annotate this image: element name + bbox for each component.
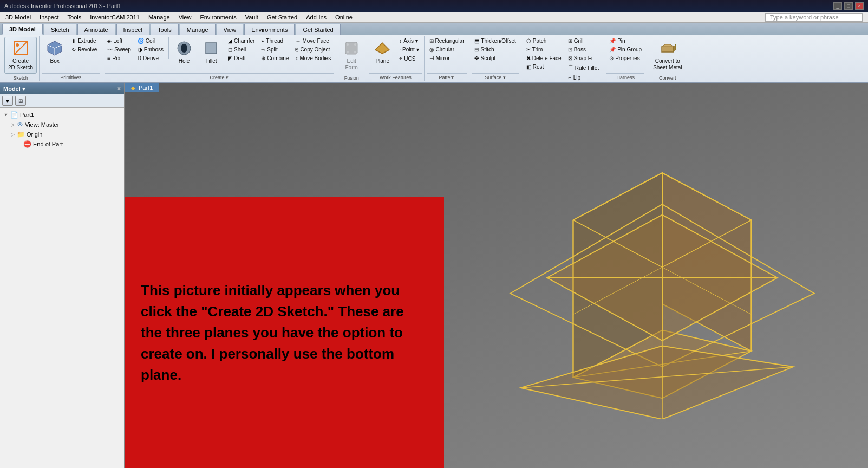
thicken-offset-button[interactable]: ⬒ Thicken/Offset xyxy=(472,37,518,45)
draft-button[interactable]: ◤ Draft xyxy=(225,54,257,62)
pin-group-icon: 📌 xyxy=(609,47,616,53)
point-button[interactable]: · Point ▾ xyxy=(396,46,421,54)
shell-button[interactable]: ◻ Shell xyxy=(225,46,257,54)
ucs-button[interactable]: ⌖ UCS xyxy=(396,54,421,63)
rectangular-button[interactable]: ⊞ Rectangular xyxy=(427,37,467,45)
extrude-icon: ⬆ xyxy=(71,38,76,44)
split-button[interactable]: ⊸ Split xyxy=(258,46,291,54)
box-button[interactable]: Box xyxy=(42,37,68,67)
surface-group-content: ⬒ Thicken/Offset ⊟ Stitch ✤ Sculpt xyxy=(472,37,518,73)
loft-button[interactable]: ◈ Loft xyxy=(105,37,134,45)
expand-all-button[interactable]: ⊞ xyxy=(15,96,26,106)
delete-face-button[interactable]: ✖ Delete Face xyxy=(524,54,564,62)
snap-fit-button[interactable]: ⊠ Snap Fit xyxy=(565,54,602,62)
boss-button[interactable]: ⊡ Boss xyxy=(565,46,602,54)
ribbon-group-harness: 📌 Pin 📌 Pin Group ⊙ Properties Harness xyxy=(604,36,647,81)
tab-annotate[interactable]: Annotate xyxy=(77,24,115,35)
search-box[interactable]: Type a keyword or phrase xyxy=(765,13,863,22)
split-icon: ⊸ xyxy=(261,47,265,53)
emboss-icon: ◑ xyxy=(138,47,142,53)
menu-vault[interactable]: Vault xyxy=(241,13,263,22)
close-button[interactable]: × xyxy=(855,2,864,10)
sweep-icon: 〰 xyxy=(107,47,113,53)
sweep-button[interactable]: 〰 Sweep xyxy=(105,46,134,54)
menu-online[interactable]: Online xyxy=(331,13,357,22)
model-panel-close[interactable]: × xyxy=(117,85,121,93)
viewport[interactable]: ◆ Part1 xyxy=(125,83,868,468)
circular-button[interactable]: ◎ Circular xyxy=(427,46,467,54)
rib-button[interactable]: ≡ Rib xyxy=(105,54,134,62)
extrude-button[interactable]: ⬆ Extrude xyxy=(69,37,100,45)
tab-sketch[interactable]: Sketch xyxy=(44,24,76,35)
coil-button[interactable]: 🌀 Coil xyxy=(135,37,166,45)
rule-fillet-button[interactable]: ⌒ Rule Fillet xyxy=(565,63,602,73)
fillet-button[interactable]: Fillet xyxy=(198,37,224,67)
filter-button[interactable]: ▼ xyxy=(2,96,13,106)
svg-marker-14 xyxy=(375,43,389,54)
menu-3d-model[interactable]: 3D Model xyxy=(1,13,35,22)
planes-svg xyxy=(478,94,846,419)
tab-view[interactable]: View xyxy=(217,24,244,35)
shell-icon: ◻ xyxy=(228,47,232,53)
emboss-button[interactable]: ◑ Emboss xyxy=(135,46,166,54)
axis-button[interactable]: ↕ Axis ▾ xyxy=(396,37,421,45)
thicken-icon: ⬒ xyxy=(474,38,479,44)
surface-col: ⬒ Thicken/Offset ⊟ Stitch ✤ Sculpt xyxy=(472,37,518,62)
window-controls[interactable]: _ □ × xyxy=(833,2,864,10)
tree-item-part1[interactable]: ▼ 📄 Part1 xyxy=(2,110,122,120)
move-bodies-button[interactable]: ↕ Move Bodies xyxy=(292,54,334,62)
tab-get-started[interactable]: Get Started xyxy=(296,24,340,35)
rest-button[interactable]: ◧ Rest xyxy=(524,63,564,71)
move-face-button[interactable]: ↔ Move Face xyxy=(292,37,334,45)
revolve-button[interactable]: ↻ Revolve xyxy=(69,46,100,54)
combine-button[interactable]: ⊕ Combine xyxy=(258,54,291,62)
tab-environments[interactable]: Environments xyxy=(244,24,295,35)
pin-button[interactable]: 📌 Pin xyxy=(606,37,644,45)
create-2d-sketch-button[interactable]: Create2D Sketch xyxy=(4,37,37,74)
lip-button[interactable]: ⌢ Lip xyxy=(565,73,602,82)
sculpt-label: Sculpt xyxy=(480,55,495,61)
menu-environments[interactable]: Environments xyxy=(195,13,240,22)
copy-object-button[interactable]: ⎘ Copy Object xyxy=(292,46,334,54)
maximize-button[interactable]: □ xyxy=(844,2,853,10)
thread-button[interactable]: ⌁ Thread xyxy=(258,37,291,45)
pin-label: Pin xyxy=(617,38,625,44)
patch-button[interactable]: ⬡ Patch xyxy=(524,37,564,45)
sculpt-button[interactable]: ✤ Sculpt xyxy=(472,54,518,62)
tree-item-view-master[interactable]: ▷ 👁 View: Master xyxy=(2,120,122,129)
derive-button[interactable]: D Derive xyxy=(135,54,166,62)
minimize-button[interactable]: _ xyxy=(833,2,842,10)
tab-tools[interactable]: Tools xyxy=(151,24,179,35)
convert-sheet-metal-button[interactable]: Convert toSheet Metal xyxy=(649,37,686,74)
ribbon-group-surface: ⬒ Thicken/Offset ⊟ Stitch ✤ Sculpt Surfa… xyxy=(469,36,521,81)
plane-button[interactable]: Plane xyxy=(369,37,395,67)
stitch-button[interactable]: ⊟ Stitch xyxy=(472,46,518,54)
menu-tools[interactable]: Tools xyxy=(63,13,86,22)
edit-form-button[interactable]: EditForm xyxy=(338,37,364,74)
create-group-label: Create ▾ xyxy=(105,73,334,80)
tree-item-origin[interactable]: ▷ 📁 Origin xyxy=(2,129,122,139)
menu-inspect[interactable]: Inspect xyxy=(35,13,63,22)
menu-get-started[interactable]: Get Started xyxy=(263,13,302,22)
tree-item-end-of-part[interactable]: ⛔ End of Part xyxy=(2,139,122,149)
svg-marker-16 xyxy=(662,44,674,47)
tab-manage[interactable]: Manage xyxy=(180,24,216,35)
pin-group-button[interactable]: 📌 Pin Group xyxy=(606,46,644,54)
grill-button[interactable]: ⊞ Grill xyxy=(565,37,602,45)
chamfer-button[interactable]: ◢ Chamfer xyxy=(225,37,257,45)
trim-button[interactable]: ✂ Trim xyxy=(524,46,564,54)
menu-inventorcam[interactable]: InventorCAM 2011 xyxy=(86,13,144,22)
menu-add-ins[interactable]: Add-Ins xyxy=(302,13,331,22)
loft-label: Loft xyxy=(113,38,122,44)
hole-button[interactable]: Hole xyxy=(171,37,197,67)
create-col5: ↔ Move Face ⎘ Copy Object ↕ Move Bodies xyxy=(292,37,334,62)
tab-inspect[interactable]: Inspect xyxy=(116,24,149,35)
tab-3d-model[interactable]: 3D Model xyxy=(2,24,43,35)
svg-point-10 xyxy=(347,43,349,46)
model-tree: ▼ 📄 Part1 ▷ 👁 View: Master ▷ 📁 Origin ⛔ … xyxy=(0,108,124,468)
work-features-group-content: Plane ↕ Axis ▾ · Point ▾ ⌖ UCS xyxy=(369,37,421,73)
properties-button[interactable]: ⊙ Properties xyxy=(606,54,644,62)
menu-manage[interactable]: Manage xyxy=(144,13,174,22)
menu-view[interactable]: View xyxy=(174,13,196,22)
mirror-button[interactable]: ⊣ Mirror xyxy=(427,54,467,62)
